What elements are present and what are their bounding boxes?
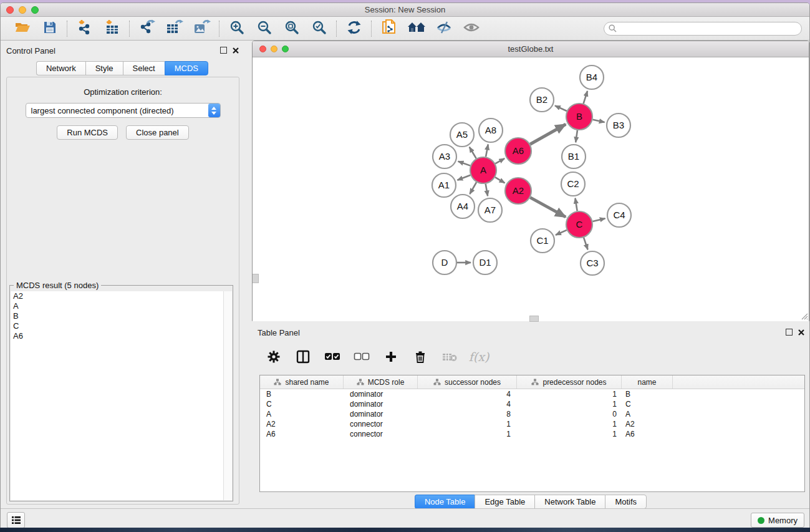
- network-window-title: testGlobe.txt: [253, 44, 809, 54]
- graph-edge-A-A7[interactable]: [486, 184, 488, 196]
- tab-select[interactable]: Select: [123, 61, 165, 75]
- table-panel-header: Table Panel: [252, 326, 809, 339]
- resize-grip-icon[interactable]: [799, 311, 808, 320]
- table-panel-title: Table Panel: [258, 328, 300, 337]
- home-view-button[interactable]: [407, 20, 426, 37]
- import-network-icon: [77, 19, 93, 38]
- horizontal-scrollbar-thumb[interactable]: [529, 316, 539, 322]
- memory-button[interactable]: Memory: [751, 513, 804, 528]
- mcds-result-item[interactable]: A: [11, 301, 232, 311]
- graph-edge-C-C2[interactable]: [575, 198, 577, 211]
- import-network-button[interactable]: [75, 20, 94, 37]
- table-row[interactable]: B dominator 4 1 B: [260, 389, 804, 399]
- show-column-panel-button[interactable]: [295, 349, 311, 365]
- export-table-button[interactable]: [165, 20, 184, 37]
- table-row[interactable]: A6 connector 1 1 A6: [260, 429, 804, 439]
- optimization-criterion-select[interactable]: largest connected component (directed): [26, 103, 221, 118]
- node-table: shared name MCDS role successor nodes: [259, 375, 805, 492]
- memory-label: Memory: [768, 516, 798, 525]
- export-network-button[interactable]: [138, 20, 157, 37]
- vertical-scrollbar-thumb[interactable]: [253, 274, 259, 283]
- zoom-fit-button[interactable]: [282, 20, 301, 37]
- graph-node-label-B1: B1: [568, 151, 579, 162]
- graph-edge-A6-B[interactable]: [530, 124, 566, 144]
- select-all-button[interactable]: [324, 349, 340, 365]
- graph-edge-A-A8[interactable]: [486, 145, 488, 157]
- mcds-result-item[interactable]: A2: [11, 291, 232, 301]
- graph-edge-B-B4[interactable]: [584, 91, 587, 104]
- hide-graphics-details-button[interactable]: [435, 20, 453, 37]
- graph-node-label-A8: A8: [485, 125, 496, 135]
- float-panel-icon[interactable]: [786, 329, 793, 336]
- list-icon: [11, 516, 21, 525]
- graph-edge-B-B2[interactable]: [555, 105, 567, 111]
- import-table-button[interactable]: [103, 20, 122, 37]
- close-panel-icon[interactable]: [798, 329, 804, 336]
- mcds-result-title: MCDS result (5 nodes): [14, 281, 101, 290]
- table-row[interactable]: A dominator 8 0 A: [260, 409, 804, 419]
- column-header-successor-nodes[interactable]: successor nodes: [418, 375, 517, 389]
- graph-edge-A-A6[interactable]: [495, 158, 504, 163]
- mcds-result-item[interactable]: C: [11, 321, 232, 331]
- graph-edge-A-A1[interactable]: [457, 175, 470, 180]
- export-table-icon: [166, 19, 183, 38]
- graph-edge-C-C1[interactable]: [556, 230, 567, 235]
- deselect-all-button[interactable]: [354, 349, 370, 365]
- show-task-history-button[interactable]: [7, 512, 25, 528]
- zoom-out-button[interactable]: [255, 20, 274, 37]
- zoom-selected-button[interactable]: [310, 20, 329, 37]
- network-graph[interactable]: AA1A2A3A4A5A6A7A8BB1B2B3B4CC1C2C3C4DD1: [253, 57, 809, 321]
- tab-edge-table[interactable]: Edge Table: [475, 495, 534, 509]
- tab-network[interactable]: Network: [36, 61, 85, 75]
- run-mcds-button[interactable]: Run MCDS: [57, 125, 118, 140]
- close-panel-button[interactable]: Close panel: [126, 125, 189, 140]
- graph-edge-A2-C[interactable]: [530, 198, 566, 217]
- table-settings-button[interactable]: [266, 349, 282, 365]
- table-row[interactable]: A2 connector 1 1 A2: [260, 419, 804, 429]
- graph-edge-A-A5[interactable]: [470, 147, 476, 158]
- column-header-predecessor-nodes[interactable]: predecessor nodes: [517, 375, 622, 389]
- refresh-button[interactable]: [345, 20, 364, 37]
- save-session-button[interactable]: [41, 20, 59, 37]
- graph-edge-B-B3[interactable]: [592, 120, 604, 122]
- float-panel-icon[interactable]: [220, 47, 227, 54]
- graph-edge-C-C4[interactable]: [592, 218, 605, 221]
- tab-mcds[interactable]: MCDS: [165, 61, 208, 75]
- table-row[interactable]: C dominator 4 1 C: [260, 399, 804, 409]
- houses-icon: [407, 21, 426, 37]
- tab-node-table[interactable]: Node Table: [415, 495, 475, 509]
- graph-edge-A-A2[interactable]: [495, 177, 505, 183]
- tab-style[interactable]: Style: [85, 61, 123, 75]
- graph-edge-B-B1[interactable]: [576, 130, 577, 142]
- show-graphics-details-button[interactable]: [462, 20, 481, 37]
- graph-edge-C-C3[interactable]: [584, 238, 588, 249]
- zoom-in-button[interactable]: [228, 20, 246, 37]
- delete-column-button[interactable]: [412, 349, 428, 365]
- graph-node-label-C3: C3: [586, 258, 598, 268]
- column-header-name[interactable]: name: [622, 375, 673, 389]
- mcds-result-item[interactable]: A6: [11, 331, 232, 341]
- new-network-from-file-button[interactable]: [380, 20, 398, 37]
- import-table-icon: [104, 19, 120, 38]
- graph-edge-A-A3[interactable]: [458, 162, 471, 166]
- status-bar: Memory: [1, 508, 809, 528]
- close-panel-icon[interactable]: [233, 47, 239, 54]
- export-image-button[interactable]: [193, 20, 211, 37]
- tab-network-table[interactable]: Network Table: [534, 495, 605, 509]
- column-header-shared-name[interactable]: shared name: [260, 375, 344, 389]
- result-scrollbar[interactable]: [223, 291, 232, 500]
- table-toolbar: f(x): [253, 341, 808, 372]
- table-rows: B dominator 4 1 B C dominator 4 1 C: [260, 389, 804, 439]
- create-column-button[interactable]: [383, 349, 399, 365]
- graph-node-label-A: A: [480, 165, 486, 175]
- open-session-button[interactable]: [13, 20, 32, 37]
- mcds-result-list[interactable]: A2 A B C A6: [11, 291, 232, 500]
- tab-motifs[interactable]: Motifs: [605, 495, 647, 509]
- mcds-result-item[interactable]: B: [11, 311, 232, 321]
- search-input[interactable]: [604, 22, 802, 36]
- graph-edge-A-A4[interactable]: [470, 182, 476, 194]
- network-canvas[interactable]: AA1A2A3A4A5A6A7A8BB1B2B3B4CC1C2C3C4DD1: [253, 57, 809, 321]
- network-view-window: testGlobe.txt AA1A2A3A4A5A6A7A8BB1B2B3B4…: [252, 41, 809, 321]
- column-header-mcds-role[interactable]: MCDS role: [344, 375, 418, 389]
- network-window-titlebar: testGlobe.txt: [253, 41, 809, 57]
